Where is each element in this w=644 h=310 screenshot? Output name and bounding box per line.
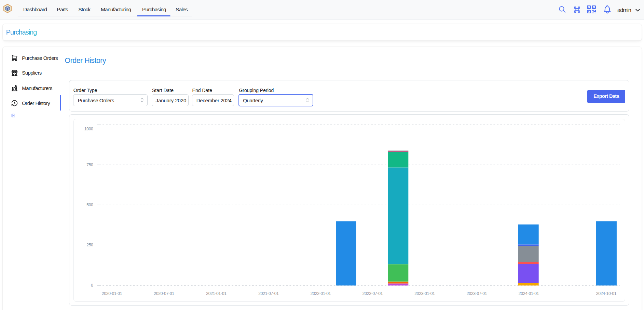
svg-text:750: 750 (86, 163, 93, 167)
svg-text:250: 250 (86, 243, 93, 247)
svg-text:2022-07-01: 2022-07-01 (362, 291, 383, 296)
svg-text:2023-01-01: 2023-01-01 (414, 291, 435, 296)
svg-text:2021-01-01: 2021-01-01 (206, 291, 227, 296)
svg-text:2021-07-01: 2021-07-01 (258, 291, 279, 296)
svg-text:0: 0 (91, 283, 93, 288)
svg-text:2022-01-01: 2022-01-01 (311, 291, 331, 296)
svg-text:2020-07-01: 2020-07-01 (154, 291, 174, 296)
svg-text:2024-10-01: 2024-10-01 (596, 291, 617, 296)
svg-text:2023-07-01: 2023-07-01 (467, 291, 487, 296)
svg-text:1000: 1000 (84, 127, 93, 131)
svg-text:2020-01-01: 2020-01-01 (102, 291, 122, 296)
svg-text:2024-01-01: 2024-01-01 (519, 291, 539, 296)
svg-text:500: 500 (86, 203, 93, 207)
